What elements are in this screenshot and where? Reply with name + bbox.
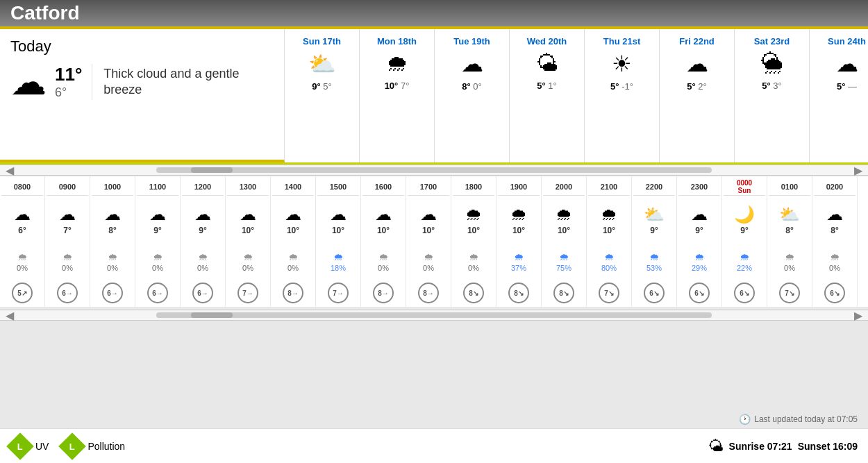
hour-col-2100: 2100 🌧 10° 🌧 80% 7↘ [587, 176, 632, 307]
forecast-day-label: Wed 20th [515, 36, 578, 47]
wind-speed: 8↘ [514, 289, 524, 297]
hour-weather-icon: 🌧 [465, 205, 482, 224]
hour-precip-area: 🌧 0% [182, 244, 224, 279]
hour-wind-area: 8→ [272, 279, 314, 307]
hour-col-2000: 2000 🌧 10° 🌧 75% 8↘ [542, 176, 587, 307]
forecast-day-temps: 10° 7° [365, 81, 428, 91]
scroll-thumb-bottom[interactable] [191, 312, 233, 318]
forecast-day-icon: ☁ [440, 51, 503, 77]
hour-icon-area: ☁ 6° [1, 196, 43, 244]
forecast-day-label: Thu 21st [590, 36, 653, 47]
scroll-right-arrow-bottom[interactable]: ▶ [854, 309, 862, 322]
forecast-high: 5° [837, 81, 845, 92]
wind-circle: 6→ [147, 283, 168, 303]
hour-wind-area: 6↘ [633, 279, 675, 307]
precip-icon: 🌧 [153, 251, 162, 262]
precip-icon: 🌧 [514, 251, 524, 262]
hour-icon-area: 🌧 10° [453, 196, 494, 244]
scroll-left-arrow-bottom[interactable]: ◀ [6, 309, 14, 322]
hourly-section[interactable]: 0800 ☁ 6° 🌧 0% 5↗ 0900 ☁ 7° 🌧 0% 6→ [0, 176, 868, 307]
hour-weather-icon: ☁ [240, 205, 256, 224]
precip-icon: 🌧 [785, 251, 794, 262]
hour-time: 1100 [137, 176, 178, 196]
wind-speed: 7→ [242, 289, 253, 297]
precip-pct: 22% [737, 264, 752, 272]
hourly-scroll-bottom[interactable]: ◀ ▶ [0, 310, 868, 321]
hour-time: 0200 [814, 176, 856, 196]
hour-temp: 10° [422, 226, 435, 235]
forecast-day-5[interactable]: Fri 22nd ☁ 5° 2° [660, 29, 735, 162]
forecast-day-1[interactable]: Mon 18th 🌧 10° 7° [360, 29, 435, 162]
hour-temp: 9° [695, 226, 703, 235]
hour-temp: 8° [108, 226, 116, 235]
hour-icon-area: ☁ 10° [227, 196, 269, 244]
hour-col-2300: 2300 ☁ 9° 🌧 29% 6↘ [677, 176, 722, 307]
precip-icon: 🌧 [17, 251, 27, 262]
hour-icon-area: 🌙 9° [724, 196, 765, 244]
today-low-temp: 6° [55, 85, 82, 100]
scroll-left-arrow[interactable]: ◀ [6, 164, 14, 177]
wind-circle: 6↘ [644, 283, 665, 303]
wind-speed: 6↘ [740, 289, 749, 297]
hour-icon-area: ☁ 7° [47, 196, 88, 244]
hour-col-1700: 1700 ☁ 10° 🌧 0% 8→ [406, 176, 451, 307]
hour-col-2200: 2200 ⛅ 9° 🌧 53% 6↘ [632, 176, 677, 307]
hour-time: 2000 [543, 176, 585, 196]
precip-pct: 0% [423, 264, 434, 272]
hour-precip-area: 🌧 0% [453, 244, 494, 279]
hour-weather-icon: ☁ [194, 205, 211, 224]
hour-precip-area: 🌧 75% [543, 244, 585, 279]
hour-temp: 9° [153, 226, 161, 235]
hour-time: 1700 [408, 176, 449, 196]
precip-icon: 🌧 [830, 251, 840, 262]
hour-temp: 7° [63, 226, 71, 235]
hour-temp: 8° [785, 226, 793, 235]
hour-temp: 10° [287, 226, 299, 235]
hour-weather-icon: 🌧 [556, 205, 572, 224]
forecast-day-4[interactable]: Thu 21st ☀ 5° -1° [585, 29, 660, 162]
hour-precip-area: 🌧 0% [362, 244, 404, 279]
precip-pct: 0% [468, 264, 479, 272]
scroll-track-top[interactable] [156, 167, 712, 173]
hour-col-1600: 1600 ☁ 10° 🌧 0% 8→ [361, 176, 406, 307]
hour-weather-icon: ☁ [826, 205, 843, 224]
hour-precip-area: 🌧 0% [47, 244, 88, 279]
forecast-day-6[interactable]: Sat 23rd 🌦 5° 3° [735, 29, 810, 162]
scroll-track-bottom[interactable] [156, 312, 712, 318]
hourly-table: 0800 ☁ 6° 🌧 0% 5↗ 0900 ☁ 7° 🌧 0% 6→ [0, 176, 868, 307]
hour-temp: 10° [558, 226, 570, 235]
hour-time: 1000 [92, 176, 133, 196]
scroll-right-arrow[interactable]: ▶ [854, 164, 862, 177]
hour-weather-icon: 🌧 [601, 205, 617, 224]
precip-pct: 0% [62, 264, 73, 272]
hour-icon-area: 🌧 10° [498, 196, 540, 244]
wind-speed: 6↘ [830, 289, 840, 297]
forecast-low: 3° [773, 81, 781, 91]
precip-pct: 18% [331, 264, 346, 272]
forecast-day-icon: 🌧 [365, 51, 428, 76]
hour-wind-area: 8→ [362, 279, 404, 307]
hour-wind-area: 8↘ [498, 279, 540, 307]
hour-col-1100: 1100 ☁ 9° 🌧 0% 6→ [135, 176, 181, 307]
forecast-high: 5° [537, 81, 545, 91]
hour-icon-area: ☁ 10° [362, 196, 404, 244]
forecast-day-0[interactable]: Sun 17th ⛅ 9° 5° [285, 29, 360, 162]
precip-icon: 🌧 [108, 251, 117, 262]
uv-badge: L UV [10, 437, 49, 456]
forecast-day-label: Mon 18th [365, 36, 428, 47]
precip-icon: 🌧 [649, 251, 659, 262]
wind-circle: 8→ [283, 283, 303, 303]
hour-weather-icon: ☁ [375, 205, 392, 224]
wind-circle: 6↘ [734, 283, 755, 303]
hour-precip-area: 🌧 22% [724, 244, 765, 279]
hourly-scroll-top[interactable]: ◀ ▶ [0, 165, 868, 176]
forecast-day-7[interactable]: Sun 24th ☁ 5° — [810, 29, 868, 162]
scroll-thumb-top[interactable] [191, 167, 233, 173]
wind-speed: 6↘ [649, 289, 659, 297]
precip-icon: 🌧 [333, 251, 343, 262]
wind-circle: 7→ [237, 283, 258, 303]
forecast-day-2[interactable]: Tue 19th ☁ 8° 0° [435, 29, 510, 162]
forecast-day-3[interactable]: Wed 20th 🌤 5° 1° [510, 29, 585, 162]
hour-temp: 10° [377, 226, 390, 235]
wind-circle: 6→ [57, 283, 78, 303]
